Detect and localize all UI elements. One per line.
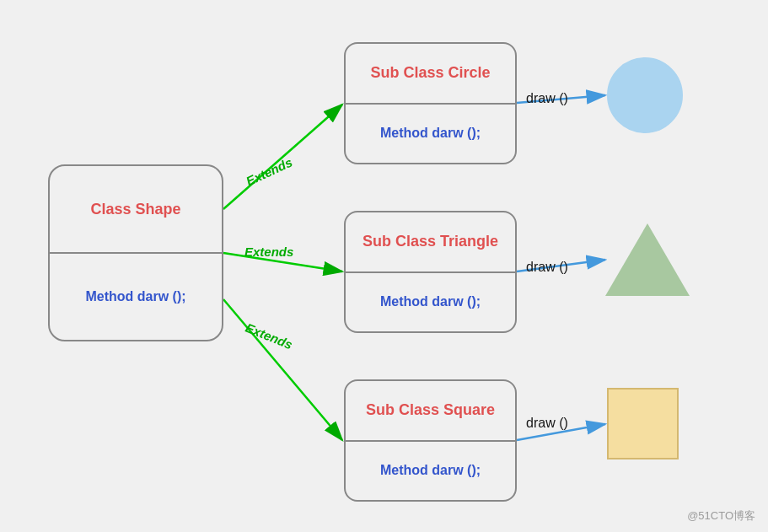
- class-shape-bottom: Method darw ();: [50, 254, 222, 340]
- sub-class-circle-method: Method darw ();: [380, 126, 481, 141]
- svg-line-4: [223, 299, 342, 440]
- sub-class-circle-name: Sub Class Circle: [370, 64, 490, 82]
- extends-label-triangle: Extends: [244, 245, 293, 259]
- class-shape-box: Class Shape Method darw ();: [48, 164, 223, 341]
- class-shape-top: Class Shape: [50, 166, 222, 254]
- class-shape-method: Method darw ();: [85, 289, 185, 304]
- diagram-container: Class Shape Method darw (); Sub Class Ci…: [0, 0, 768, 532]
- extends-label-square: Extends: [244, 320, 294, 352]
- extends-label-circle: Extends: [244, 154, 294, 188]
- sub-class-square-box: Sub Class Square Method darw ();: [344, 379, 517, 502]
- sub-class-square-method: Method darw ();: [380, 463, 481, 478]
- sub-class-square-bottom: Method darw ();: [346, 442, 515, 501]
- class-shape-name: Class Shape: [90, 201, 180, 218]
- draw-label-circle: draw (): [526, 91, 568, 106]
- shape-square-icon: [607, 388, 679, 459]
- sub-class-triangle-name: Sub Class Triangle: [363, 233, 498, 250]
- sub-class-triangle-box: Sub Class Triangle Method darw ();: [344, 211, 517, 333]
- sub-class-circle-box: Sub Class Circle Method darw ();: [344, 42, 517, 164]
- shape-circle-icon: [607, 57, 683, 133]
- sub-class-square-top: Sub Class Square: [346, 381, 515, 442]
- sub-class-circle-bottom: Method darw ();: [346, 105, 515, 164]
- sub-class-circle-top: Sub Class Circle: [346, 44, 515, 105]
- sub-class-triangle-bottom: Method darw ();: [346, 273, 515, 332]
- sub-class-triangle-method: Method darw ();: [380, 294, 481, 309]
- sub-class-triangle-top: Sub Class Triangle: [346, 212, 515, 273]
- draw-label-square: draw (): [526, 416, 568, 431]
- shape-triangle-icon: [605, 223, 690, 296]
- sub-class-square-name: Sub Class Square: [366, 401, 495, 419]
- draw-label-triangle: draw (): [526, 260, 568, 275]
- watermark: @51CTO博客: [687, 508, 755, 524]
